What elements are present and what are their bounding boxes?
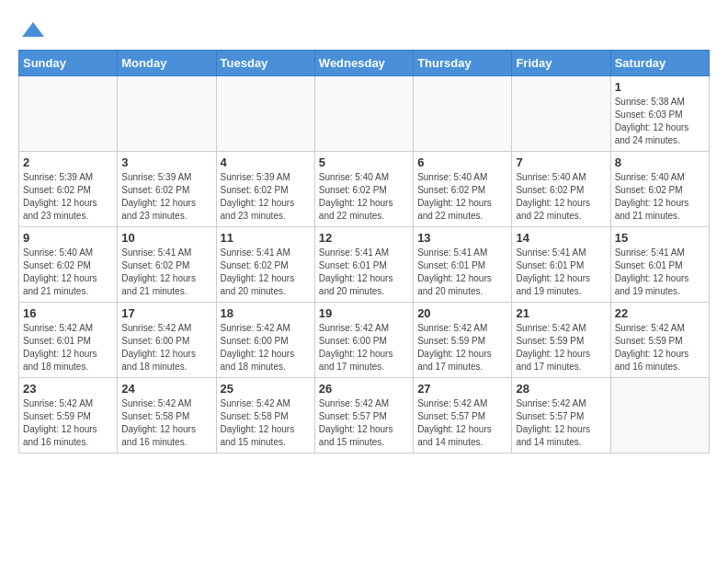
calendar-day-cell xyxy=(314,76,413,152)
day-number: 8 xyxy=(615,155,705,169)
day-number: 20 xyxy=(417,306,507,320)
day-number: 25 xyxy=(221,382,311,396)
day-info: Sunrise: 5:39 AM Sunset: 6:02 PM Dayligh… xyxy=(23,171,113,223)
weekday-header: Sunday xyxy=(19,51,118,76)
day-number: 27 xyxy=(417,382,507,396)
calendar-day-cell: 5Sunrise: 5:40 AM Sunset: 6:02 PM Daylig… xyxy=(314,152,413,227)
day-info: Sunrise: 5:42 AM Sunset: 5:57 PM Dayligh… xyxy=(417,397,507,449)
day-info: Sunrise: 5:42 AM Sunset: 6:01 PM Dayligh… xyxy=(23,322,113,373)
day-info: Sunrise: 5:42 AM Sunset: 5:59 PM Dayligh… xyxy=(417,322,507,373)
day-number: 24 xyxy=(121,382,211,396)
calendar-day-cell: 7Sunrise: 5:40 AM Sunset: 6:02 PM Daylig… xyxy=(512,152,610,227)
day-number: 11 xyxy=(221,231,311,245)
calendar-day-cell xyxy=(118,76,216,152)
calendar-day-cell: 21Sunrise: 5:42 AM Sunset: 5:59 PM Dayli… xyxy=(512,303,610,378)
day-number: 10 xyxy=(121,231,211,245)
calendar-week-row: 2Sunrise: 5:39 AM Sunset: 6:02 PM Daylig… xyxy=(19,152,710,227)
calendar-day-cell: 15Sunrise: 5:41 AM Sunset: 6:01 PM Dayli… xyxy=(610,227,709,303)
calendar-day-cell: 11Sunrise: 5:41 AM Sunset: 6:02 PM Dayli… xyxy=(216,227,314,303)
calendar-day-cell: 16Sunrise: 5:42 AM Sunset: 6:01 PM Dayli… xyxy=(19,303,118,378)
day-info: Sunrise: 5:42 AM Sunset: 5:58 PM Dayligh… xyxy=(221,397,311,449)
calendar-day-cell xyxy=(216,76,314,152)
day-number: 9 xyxy=(23,231,113,245)
calendar-day-cell: 4Sunrise: 5:39 AM Sunset: 6:02 PM Daylig… xyxy=(216,152,314,227)
calendar-day-cell xyxy=(19,76,118,152)
calendar-day-cell: 3Sunrise: 5:39 AM Sunset: 6:02 PM Daylig… xyxy=(118,152,216,227)
calendar-day-cell: 23Sunrise: 5:42 AM Sunset: 5:59 PM Dayli… xyxy=(19,378,118,454)
day-number: 28 xyxy=(516,382,606,396)
weekday-header: Wednesday xyxy=(314,51,413,76)
day-info: Sunrise: 5:42 AM Sunset: 6:00 PM Dayligh… xyxy=(121,322,211,373)
day-info: Sunrise: 5:41 AM Sunset: 6:02 PM Dayligh… xyxy=(121,247,211,298)
calendar-day-cell xyxy=(414,76,512,152)
day-info: Sunrise: 5:42 AM Sunset: 5:57 PM Dayligh… xyxy=(516,397,606,449)
svg-marker-0 xyxy=(22,22,44,37)
day-number: 26 xyxy=(319,382,409,396)
calendar-week-row: 1Sunrise: 5:38 AM Sunset: 6:03 PM Daylig… xyxy=(19,76,710,152)
calendar-week-row: 23Sunrise: 5:42 AM Sunset: 5:59 PM Dayli… xyxy=(19,378,710,454)
day-number: 15 xyxy=(615,231,705,245)
calendar-day-cell: 18Sunrise: 5:42 AM Sunset: 6:00 PM Dayli… xyxy=(216,303,314,378)
calendar-day-cell: 12Sunrise: 5:41 AM Sunset: 6:01 PM Dayli… xyxy=(314,227,413,303)
calendar-day-cell: 27Sunrise: 5:42 AM Sunset: 5:57 PM Dayli… xyxy=(414,378,512,454)
day-number: 12 xyxy=(319,231,409,245)
calendar-day-cell: 24Sunrise: 5:42 AM Sunset: 5:58 PM Dayli… xyxy=(118,378,216,454)
calendar-day-cell: 1Sunrise: 5:38 AM Sunset: 6:03 PM Daylig… xyxy=(610,76,709,152)
calendar-table: SundayMondayTuesdayWednesdayThursdayFrid… xyxy=(18,50,710,454)
calendar-day-cell: 28Sunrise: 5:42 AM Sunset: 5:57 PM Dayli… xyxy=(512,378,610,454)
day-number: 14 xyxy=(516,231,606,245)
day-info: Sunrise: 5:41 AM Sunset: 6:02 PM Dayligh… xyxy=(221,247,311,298)
day-number: 23 xyxy=(23,382,113,396)
day-number: 6 xyxy=(417,155,507,169)
day-info: Sunrise: 5:39 AM Sunset: 6:02 PM Dayligh… xyxy=(221,171,311,223)
day-info: Sunrise: 5:41 AM Sunset: 6:01 PM Dayligh… xyxy=(615,247,705,298)
weekday-header: Thursday xyxy=(414,51,512,76)
calendar-day-cell: 20Sunrise: 5:42 AM Sunset: 5:59 PM Dayli… xyxy=(414,303,512,378)
calendar-day-cell: 22Sunrise: 5:42 AM Sunset: 5:59 PM Dayli… xyxy=(610,303,709,378)
calendar-week-row: 16Sunrise: 5:42 AM Sunset: 6:01 PM Dayli… xyxy=(19,303,710,378)
logo-icon xyxy=(20,20,46,40)
day-number: 7 xyxy=(516,155,606,169)
day-info: Sunrise: 5:38 AM Sunset: 6:03 PM Dayligh… xyxy=(615,96,705,147)
logo xyxy=(18,18,48,40)
day-number: 2 xyxy=(23,155,113,169)
day-info: Sunrise: 5:42 AM Sunset: 6:00 PM Dayligh… xyxy=(221,322,311,373)
day-info: Sunrise: 5:42 AM Sunset: 5:57 PM Dayligh… xyxy=(319,397,409,449)
day-number: 17 xyxy=(121,306,211,320)
calendar-day-cell: 25Sunrise: 5:42 AM Sunset: 5:58 PM Dayli… xyxy=(216,378,314,454)
calendar-day-cell xyxy=(610,378,709,454)
weekday-header: Saturday xyxy=(610,51,709,76)
calendar-day-cell xyxy=(512,76,610,152)
day-number: 3 xyxy=(121,155,211,169)
day-info: Sunrise: 5:42 AM Sunset: 5:59 PM Dayligh… xyxy=(615,322,705,373)
calendar-day-cell: 17Sunrise: 5:42 AM Sunset: 6:00 PM Dayli… xyxy=(118,303,216,378)
calendar-day-cell: 10Sunrise: 5:41 AM Sunset: 6:02 PM Dayli… xyxy=(118,227,216,303)
day-number: 21 xyxy=(516,306,606,320)
day-info: Sunrise: 5:40 AM Sunset: 6:02 PM Dayligh… xyxy=(615,171,705,223)
weekday-header: Friday xyxy=(512,51,610,76)
day-info: Sunrise: 5:41 AM Sunset: 6:01 PM Dayligh… xyxy=(417,247,507,298)
day-info: Sunrise: 5:42 AM Sunset: 5:58 PM Dayligh… xyxy=(121,397,211,449)
calendar-day-cell: 14Sunrise: 5:41 AM Sunset: 6:01 PM Dayli… xyxy=(512,227,610,303)
logo-text xyxy=(18,18,48,40)
day-info: Sunrise: 5:40 AM Sunset: 6:02 PM Dayligh… xyxy=(23,247,113,298)
calendar-day-cell: 26Sunrise: 5:42 AM Sunset: 5:57 PM Dayli… xyxy=(314,378,413,454)
day-info: Sunrise: 5:40 AM Sunset: 6:02 PM Dayligh… xyxy=(516,171,606,223)
day-info: Sunrise: 5:41 AM Sunset: 6:01 PM Dayligh… xyxy=(516,247,606,298)
calendar-day-cell: 2Sunrise: 5:39 AM Sunset: 6:02 PM Daylig… xyxy=(19,152,118,227)
weekday-header: Tuesday xyxy=(216,51,314,76)
day-info: Sunrise: 5:39 AM Sunset: 6:02 PM Dayligh… xyxy=(121,171,211,223)
day-info: Sunrise: 5:42 AM Sunset: 5:59 PM Dayligh… xyxy=(516,322,606,373)
calendar-week-row: 9Sunrise: 5:40 AM Sunset: 6:02 PM Daylig… xyxy=(19,227,710,303)
day-info: Sunrise: 5:40 AM Sunset: 6:02 PM Dayligh… xyxy=(319,171,409,223)
day-number: 13 xyxy=(417,231,507,245)
day-number: 1 xyxy=(615,80,705,94)
day-number: 22 xyxy=(615,306,705,320)
day-number: 4 xyxy=(221,155,311,169)
page-header xyxy=(18,18,710,40)
day-number: 18 xyxy=(221,306,311,320)
calendar-day-cell: 19Sunrise: 5:42 AM Sunset: 6:00 PM Dayli… xyxy=(314,303,413,378)
day-info: Sunrise: 5:41 AM Sunset: 6:01 PM Dayligh… xyxy=(319,247,409,298)
calendar-day-cell: 9Sunrise: 5:40 AM Sunset: 6:02 PM Daylig… xyxy=(19,227,118,303)
day-number: 19 xyxy=(319,306,409,320)
